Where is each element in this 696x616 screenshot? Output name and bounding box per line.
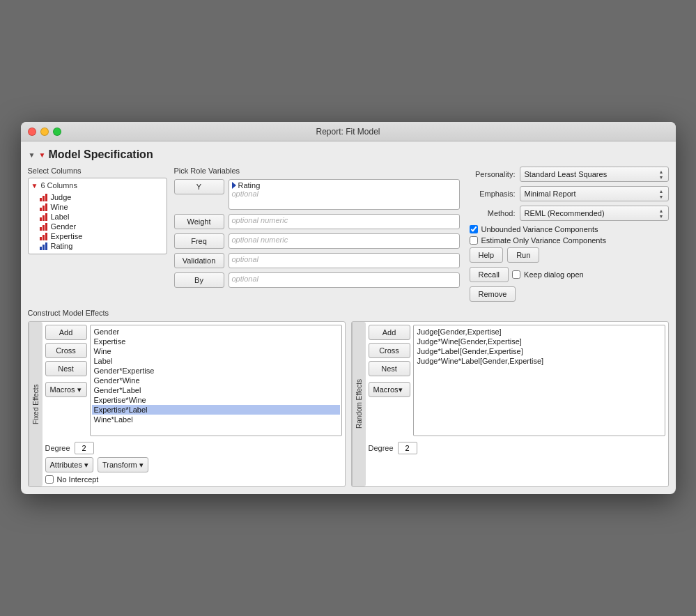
random-nest-btn[interactable]: Nest: [369, 361, 410, 376]
transform-btn[interactable]: Transform ▾: [98, 457, 148, 472]
fixed-effects-label: Fixed Effects: [29, 322, 42, 486]
judge-icon: [40, 193, 48, 201]
role-validation-input[interactable]: optional: [229, 253, 460, 268]
fixed-item-expertise-wine[interactable]: Expertise*Wine: [92, 395, 340, 405]
fixed-effects-list[interactable]: Gender Expertise Wine Label Gender*Exper…: [90, 325, 342, 436]
role-y-input[interactable]: Rating optional: [229, 179, 460, 210]
remove-button[interactable]: Remove: [470, 286, 516, 302]
right-panel: Personality: Standard Least Squares ▲▼ E…: [467, 167, 669, 302]
fixed-item-expertise-label[interactable]: Expertise*Label: [92, 405, 340, 415]
estimate-only-variance-checkbox[interactable]: [470, 236, 478, 245]
section-title: Model Specification: [48, 148, 153, 161]
column-judge[interactable]: Judge: [31, 192, 164, 202]
random-effects-block: Random Effects Add Cross Nest Macros▾: [351, 321, 669, 487]
no-intercept-checkbox[interactable]: [45, 475, 54, 484]
section-collapse-btn[interactable]: ▼: [28, 151, 36, 159]
emphasis-dropdown[interactable]: Minimal Report ▲▼: [520, 186, 669, 201]
random-item-3[interactable]: Judge*Label[Gender,Expertise]: [415, 346, 663, 356]
role-y-btn[interactable]: Y: [174, 179, 224, 194]
maximize-btn[interactable]: [53, 128, 61, 136]
section-icon: ▼: [39, 151, 46, 159]
random-effects-list[interactable]: Judge[Gender,Expertise] Judge*Wine[Gende…: [413, 325, 665, 436]
unbounded-variance-checkbox[interactable]: [470, 225, 478, 233]
random-effects-buttons: Add Cross Nest Macros▾: [369, 325, 410, 436]
help-button[interactable]: Help: [470, 247, 504, 263]
bottom-section: Construct Model Effects Fixed Effects Ad…: [28, 309, 669, 487]
random-item-4[interactable]: Judge*Wine*Label[Gender,Expertise]: [415, 356, 663, 366]
keep-dialog-checkbox[interactable]: [512, 270, 520, 279]
random-macros-btn[interactable]: Macros▾: [369, 382, 410, 397]
role-weight-input[interactable]: optional numeric: [229, 214, 460, 229]
fixed-cross-btn[interactable]: Cross: [45, 343, 87, 358]
random-extra-controls: Degree: [366, 439, 668, 460]
random-degree-label: Degree: [369, 444, 394, 452]
role-by-row: By optional: [174, 272, 460, 288]
columns-collapse-icon[interactable]: ▼: [31, 182, 38, 190]
check2-row: Estimate Only Variance Components: [470, 236, 669, 245]
method-label: Method:: [467, 209, 516, 217]
main-window: Report: Fit Model ▼ ▼ Model Specificatio…: [21, 122, 676, 494]
fixed-item-gender-expertise[interactable]: Gender*Expertise: [92, 366, 340, 376]
role-by-input[interactable]: optional: [229, 272, 460, 288]
rating-icon: [40, 242, 48, 250]
column-gender[interactable]: Gender: [31, 222, 164, 231]
role-freq-btn[interactable]: Freq: [174, 233, 224, 249]
remove-row: Remove: [470, 286, 669, 302]
column-rating[interactable]: Rating: [31, 241, 164, 251]
column-judge-label: Judge: [51, 193, 72, 201]
random-cross-btn[interactable]: Cross: [369, 343, 410, 358]
emphasis-row: Emphasis: Minimal Report ▲▼: [467, 186, 669, 201]
role-by-placeholder: optional: [232, 275, 456, 283]
role-weight-btn[interactable]: Weight: [174, 214, 224, 229]
columns-count: 6 Columns: [40, 181, 77, 190]
method-dropdown[interactable]: REML (Recommended) ▲▼: [520, 206, 669, 221]
fixed-nest-btn[interactable]: Nest: [45, 361, 87, 376]
column-expertise[interactable]: Expertise: [31, 231, 164, 241]
column-expertise-label: Expertise: [51, 232, 83, 240]
column-wine[interactable]: Wine: [31, 202, 164, 212]
columns-container: ▼ 6 Columns Judge Wine: [28, 178, 167, 254]
fixed-item-label[interactable]: Label: [92, 356, 340, 366]
role-weight-placeholder: optional numeric: [232, 216, 456, 224]
gender-icon: [40, 222, 48, 231]
fixed-item-gender[interactable]: Gender: [92, 327, 340, 337]
fixed-item-gender-wine[interactable]: Gender*Wine: [92, 376, 340, 385]
random-add-btn[interactable]: Add: [369, 325, 410, 340]
fixed-item-expertise[interactable]: Expertise: [92, 337, 340, 346]
label-icon: [40, 213, 48, 221]
role-validation-row: Validation optional: [174, 253, 460, 268]
random-item-1[interactable]: Judge[Gender,Expertise]: [415, 327, 663, 337]
role-y-row: Y Rating optional: [174, 179, 460, 210]
role-weight-row: Weight optional numeric: [174, 214, 460, 229]
random-degree-input[interactable]: [398, 442, 417, 454]
run-button[interactable]: Run: [507, 247, 539, 263]
attributes-btn[interactable]: Attributes ▾: [45, 457, 94, 472]
fixed-item-wine[interactable]: Wine: [92, 346, 340, 356]
role-y-placeholder: optional: [232, 190, 456, 198]
role-by-btn[interactable]: By: [174, 272, 224, 288]
select-columns-label: Select Columns: [28, 167, 167, 175]
degree-input[interactable]: [75, 442, 94, 454]
random-effects-inner: Add Cross Nest Macros▾ Judge[Gender,Expe…: [366, 322, 668, 439]
no-intercept-label: No Intercept: [57, 475, 99, 484]
column-label[interactable]: Label: [31, 212, 164, 222]
close-btn[interactable]: [28, 128, 36, 136]
random-item-2[interactable]: Judge*Wine[Gender,Expertise]: [415, 337, 663, 346]
middle-panel: Pick Role Variables Y Rating optional We…: [174, 167, 460, 302]
check1-row: Unbounded Variance Components: [470, 225, 669, 233]
fixed-item-gender-label[interactable]: Gender*Label: [92, 385, 340, 395]
role-validation-btn[interactable]: Validation: [174, 253, 224, 268]
content-area: ▼ ▼ Model Specification Select Columns ▼…: [21, 141, 676, 494]
personality-dropdown[interactable]: Standard Least Squares ▲▼: [520, 167, 669, 182]
fixed-add-btn[interactable]: Add: [45, 325, 87, 340]
fixed-item-wine-label[interactable]: Wine*Label: [92, 415, 340, 424]
fixed-effects-inner: Add Cross Nest Macros ▾ Gender Exper: [42, 322, 345, 439]
columns-header: ▼ 6 Columns: [31, 181, 164, 190]
role-freq-input[interactable]: optional numeric: [229, 233, 460, 249]
column-rating-label: Rating: [51, 242, 73, 250]
personality-value: Standard Least Squares: [525, 170, 608, 178]
recall-button[interactable]: Recall: [470, 267, 509, 282]
fixed-macros-btn[interactable]: Macros ▾: [45, 382, 87, 397]
role-y-value: Rating: [232, 181, 456, 190]
minimize-btn[interactable]: [40, 128, 49, 136]
